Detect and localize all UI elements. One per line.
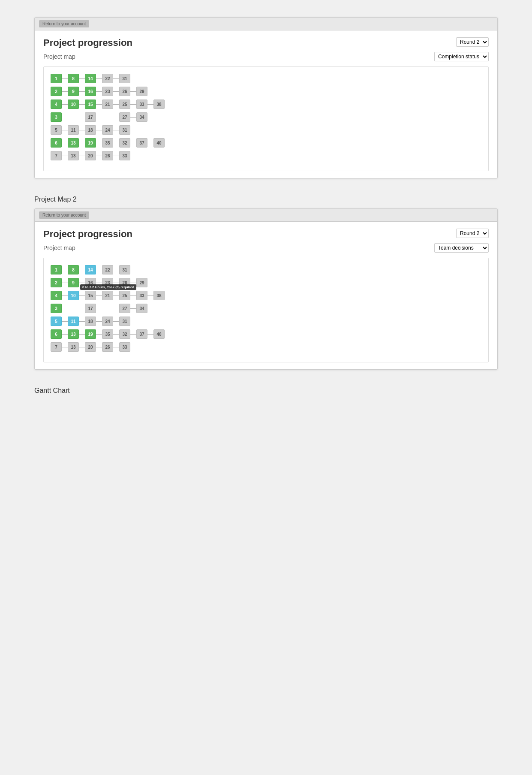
node-7-4[interactable]: 26 <box>102 151 113 160</box>
team-decisions-dropdown-2[interactable]: Team decisions Completion status <box>434 243 489 253</box>
map2-node-1-5[interactable]: 31 <box>119 265 130 274</box>
sub-header-2: Project map Team decisions Completion st… <box>43 243 489 253</box>
map2-node-5-5[interactable]: 31 <box>119 317 130 326</box>
node-3-7[interactable]: 38 <box>153 100 165 109</box>
node-1-3[interactable]: 14 <box>85 74 96 83</box>
node-row-6: 6 13 19 35 32 37 40 <box>51 138 481 148</box>
node-7-2[interactable]: 13 <box>68 151 79 160</box>
node-4-2[interactable]: 17 <box>85 112 96 122</box>
map2-node-5-2[interactable]: 11 <box>68 317 79 326</box>
map2-node-6-4[interactable]: 35 <box>102 329 113 339</box>
node-1-2[interactable]: 8 <box>68 74 79 83</box>
map2-node-6-7[interactable]: 40 <box>153 329 165 339</box>
map2-node-5-3[interactable]: 18 <box>85 317 96 326</box>
node-5-4[interactable]: 24 <box>102 125 113 135</box>
conn <box>79 334 85 335</box>
map2-node-3-3[interactable]: 15 <box>85 291 96 300</box>
completion-status-dropdown-1[interactable]: Completion status Team decisions <box>434 52 489 61</box>
map2-node-7-5[interactable]: 33 <box>119 342 130 352</box>
map2-node-3-4[interactable]: 21 <box>102 291 113 300</box>
return-account-btn-2[interactable]: Return to your account <box>39 211 89 219</box>
return-account-btn-1[interactable]: Return to your account <box>39 20 89 27</box>
node-5-1[interactable]: 5 <box>51 125 62 135</box>
map2-node-7-4[interactable]: 26 <box>102 342 113 352</box>
browser-content-2: Project progression Round 2 Round 1 Proj… <box>35 222 497 369</box>
node-6-7[interactable]: 40 <box>153 138 165 148</box>
node-1-4[interactable]: 22 <box>102 74 113 83</box>
node-3-5[interactable]: 25 <box>119 100 130 109</box>
conn <box>62 91 68 92</box>
map2-node-2-1[interactable]: 2 <box>51 278 62 287</box>
node-7-3[interactable]: 20 <box>85 151 96 160</box>
conn <box>62 283 68 283</box>
map2-node-6-5[interactable]: 32 <box>119 329 130 339</box>
round-dropdown-1[interactable]: Round 2 Round 1 <box>456 37 489 47</box>
round-dropdown-2[interactable]: Round 2 Round 1 <box>456 229 489 238</box>
node-2-2[interactable]: 9 <box>68 87 79 96</box>
map2-node-7-2[interactable]: 13 <box>68 342 79 352</box>
node-7-5[interactable]: 33 <box>119 151 130 160</box>
conn <box>113 270 119 270</box>
node-6-4[interactable]: 35 <box>102 138 113 148</box>
node-2-3[interactable]: 16 <box>85 87 96 96</box>
map2-node-3-2[interactable]: 10 0 to 3.2 Hours, Task (0) required <box>68 291 79 300</box>
node-2-6[interactable]: 29 <box>136 87 147 96</box>
map2-node-5-1[interactable]: 5 <box>51 317 62 326</box>
node-3-2[interactable]: 10 <box>68 100 79 109</box>
map2-node-3-1[interactable]: 4 <box>51 291 62 300</box>
conn <box>96 296 102 296</box>
map2-node-1-3[interactable]: 14 <box>85 265 96 274</box>
conn <box>130 296 136 296</box>
node-6-1[interactable]: 6 <box>51 138 62 148</box>
map2-node-4-2[interactable]: 17 <box>85 304 96 313</box>
conn <box>130 283 136 283</box>
map2-node-7-1[interactable]: 7 <box>51 342 62 352</box>
node-row-4: 3 17 27 34 <box>51 112 481 122</box>
map2-node-4-1[interactable]: 3 <box>51 304 62 313</box>
map2-node-6-2[interactable]: 13 <box>68 329 79 339</box>
node-3-6[interactable]: 33 <box>136 100 147 109</box>
map2-node-1-2[interactable]: 8 <box>68 265 79 274</box>
node-2-4[interactable]: 23 <box>102 87 113 96</box>
map2-node-4-3[interactable]: 27 <box>119 304 130 313</box>
node-5-3[interactable]: 18 <box>85 125 96 135</box>
node-7-1[interactable]: 7 <box>51 151 62 160</box>
map2-node-3-7[interactable]: 38 <box>153 291 165 300</box>
node-4-4[interactable]: 34 <box>136 112 147 122</box>
node-4-1[interactable]: 3 <box>51 112 62 122</box>
node-6-2[interactable]: 13 <box>68 138 79 148</box>
map2-node-4-4[interactable]: 34 <box>136 304 147 313</box>
node-6-6[interactable]: 37 <box>136 138 147 148</box>
node-3-3[interactable]: 15 <box>85 100 96 109</box>
node-4-3[interactable]: 27 <box>119 112 130 122</box>
map2-node-5-4[interactable]: 24 <box>102 317 113 326</box>
map2-node-6-3[interactable]: 19 <box>85 329 96 339</box>
map2-node-3-6[interactable]: 33 <box>136 291 147 300</box>
map2-node-3-5[interactable]: 25 <box>119 291 130 300</box>
node-5-5[interactable]: 31 <box>119 125 130 135</box>
conn <box>79 156 85 156</box>
node-2-5[interactable]: 26 <box>119 87 130 96</box>
map2-node-6-1[interactable]: 6 <box>51 329 62 339</box>
map2-node-2-6[interactable]: 29 <box>136 278 147 287</box>
node-6-3[interactable]: 19 <box>85 138 96 148</box>
conn <box>113 334 119 335</box>
node-2-1[interactable]: 2 <box>51 87 62 96</box>
round-selector-1: Round 2 Round 1 <box>456 37 489 47</box>
map2-node-2-2[interactable]: 9 <box>68 278 79 287</box>
map2-node-7-3[interactable]: 20 <box>85 342 96 352</box>
node-5-2[interactable]: 11 <box>68 125 79 135</box>
conn <box>113 130 119 130</box>
app-header-1: Project progression Round 2 Round 1 <box>43 37 489 48</box>
node-3-1[interactable]: 4 <box>51 100 62 109</box>
map2-node-1-4[interactable]: 22 <box>102 265 113 274</box>
node-1-1[interactable]: 1 <box>51 74 62 83</box>
conn <box>96 283 102 283</box>
node-1-5[interactable]: 31 <box>119 74 130 83</box>
map2-node-6-6[interactable]: 37 <box>136 329 147 339</box>
map2-node-1-1[interactable]: 1 <box>51 265 62 274</box>
node-3-4[interactable]: 21 <box>102 100 113 109</box>
conn <box>62 130 68 130</box>
node-6-5[interactable]: 32 <box>119 138 130 148</box>
conn <box>79 296 85 296</box>
